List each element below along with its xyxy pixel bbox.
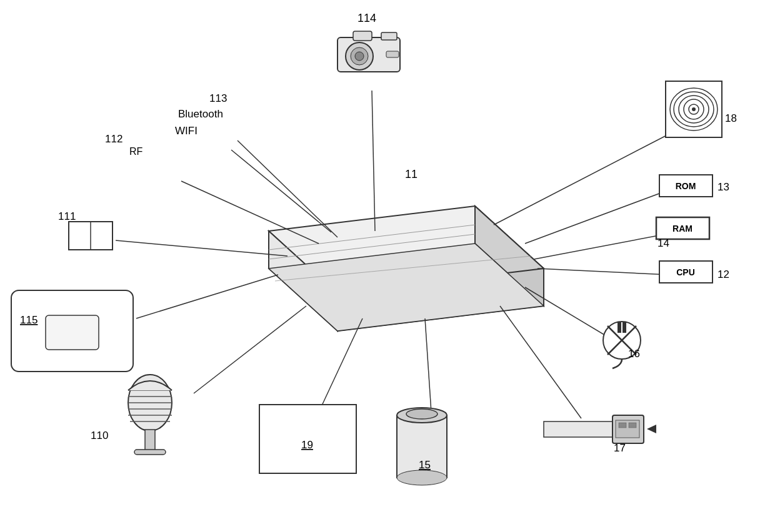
label-12-text: 12 bbox=[718, 268, 729, 280]
svg-rect-55 bbox=[145, 430, 155, 451]
label-18-text: 18 bbox=[725, 112, 737, 124]
camera-icon bbox=[338, 31, 400, 72]
svg-rect-73 bbox=[622, 322, 626, 333]
label-16-text: 16 bbox=[628, 348, 640, 360]
label-15-text: 15 bbox=[419, 459, 431, 471]
svg-point-61 bbox=[397, 470, 447, 485]
svg-rect-30 bbox=[386, 51, 399, 57]
svg-point-37 bbox=[692, 107, 696, 111]
svg-rect-47 bbox=[46, 315, 99, 350]
svg-text:ROM: ROM bbox=[676, 181, 696, 191]
label-19-text: 19 bbox=[301, 439, 313, 451]
svg-rect-67 bbox=[629, 423, 636, 428]
svg-rect-72 bbox=[618, 322, 621, 333]
svg-rect-28 bbox=[353, 31, 372, 41]
label-111-text: 111 bbox=[58, 210, 76, 222]
label-wifi-text: WIFI bbox=[175, 125, 198, 137]
svg-point-27 bbox=[355, 52, 364, 61]
card-115 bbox=[11, 290, 133, 372]
label-bluetooth-text: Bluetooth bbox=[178, 108, 223, 120]
label-114-text: 114 bbox=[358, 12, 376, 24]
svg-rect-29 bbox=[381, 32, 397, 40]
canister-15 bbox=[397, 408, 447, 485]
box-111 bbox=[69, 222, 112, 250]
label-110-text: 110 bbox=[91, 430, 108, 441]
label-113-text: 113 bbox=[209, 92, 227, 104]
svg-point-60 bbox=[406, 409, 438, 419]
svg-text:CPU: CPU bbox=[676, 267, 695, 277]
cpu-box: CPU bbox=[659, 261, 712, 283]
main-diagram: ROM RAM CPU bbox=[0, 0, 775, 532]
svg-text:RAM: RAM bbox=[672, 224, 692, 234]
label-13-text: 13 bbox=[718, 181, 729, 193]
ram-box: RAM bbox=[656, 217, 709, 239]
rom-box: ROM bbox=[659, 175, 712, 197]
svg-rect-56 bbox=[134, 450, 166, 455]
label-112-text: 112 bbox=[105, 133, 122, 145]
label-rf-text: RF bbox=[129, 146, 143, 157]
label-115-text: 115 bbox=[20, 314, 38, 326]
fingerprint-icon bbox=[666, 81, 722, 137]
diagram-container: ROM RAM CPU bbox=[0, 0, 775, 532]
label-14-text: 14 bbox=[658, 237, 669, 249]
label-17-text: 17 bbox=[614, 442, 626, 454]
svg-rect-66 bbox=[619, 423, 626, 428]
label-11-text: 11 bbox=[405, 168, 418, 180]
